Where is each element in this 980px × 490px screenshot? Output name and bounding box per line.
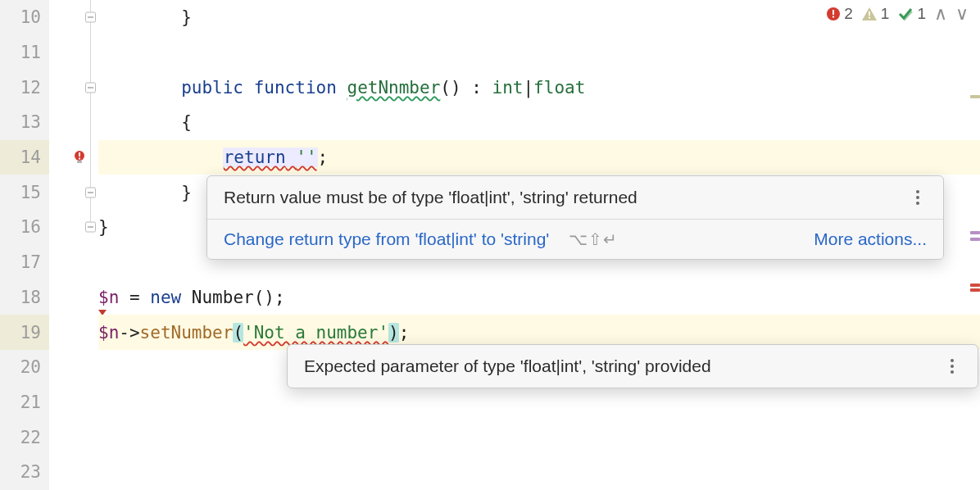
- svg-rect-2: [79, 158, 80, 160]
- popup-message-row: Expected parameter of type 'float|int', …: [288, 345, 978, 388]
- svg-rect-9: [869, 17, 870, 19]
- keyword-function: function: [254, 78, 337, 98]
- svg-rect-3: [77, 161, 82, 163]
- fold-handle-icon[interactable]: [85, 82, 96, 93]
- kebab-menu-icon[interactable]: [909, 188, 927, 206]
- line-number: 13: [0, 105, 49, 140]
- code-editor: 10 } 11 12 public function getNnmber() :…: [0, 0, 980, 490]
- class-name: Number();: [181, 288, 284, 307]
- error-count-value: 2: [844, 5, 853, 23]
- code-line-highlighted[interactable]: 14 return '';: [0, 140, 980, 175]
- line-number: 20: [0, 350, 49, 385]
- inspection-status-bar[interactable]: 2 1 1 ∧ ∨: [826, 5, 969, 23]
- code-content[interactable]: public function getNnmber() : int|float: [98, 70, 980, 105]
- brace: }: [181, 183, 192, 202]
- line-number: 17: [0, 245, 49, 280]
- fold-handle-icon[interactable]: [85, 12, 96, 23]
- line-number: 12: [0, 70, 49, 105]
- chevron-up-icon[interactable]: ∧: [934, 5, 947, 23]
- line-number: 21: [0, 385, 49, 420]
- svg-rect-8: [869, 11, 870, 16]
- error-stripe-margin[interactable]: [970, 0, 980, 490]
- chevron-down-icon[interactable]: ∨: [955, 5, 969, 23]
- brace: {: [181, 112, 192, 132]
- fold-handle-icon[interactable]: [85, 222, 96, 233]
- method-name: setNumber: [140, 323, 234, 343]
- line-number: 16: [0, 210, 49, 245]
- paren-close: ): [388, 323, 399, 343]
- warning-count-value: 1: [881, 5, 890, 23]
- error-bulb-icon[interactable]: [72, 150, 87, 165]
- line-number: 18: [0, 280, 49, 315]
- kebab-menu-icon[interactable]: [943, 357, 961, 375]
- variable: $n: [98, 288, 119, 307]
- error-count[interactable]: 2: [826, 5, 853, 23]
- brace: }: [98, 217, 109, 237]
- brace: }: [181, 7, 192, 27]
- svg-rect-5: [833, 10, 834, 15]
- error-icon: [826, 7, 841, 21]
- function-name: getNnmber: [347, 78, 440, 98]
- shortcut-hint: ⌥⇧↵: [569, 229, 618, 249]
- paren-open: (: [233, 323, 243, 343]
- line-number: 11: [0, 35, 49, 70]
- svg-rect-6: [833, 16, 834, 18]
- inspection-popup: Expected parameter of type 'float|int', …: [287, 344, 978, 388]
- pass-count-value: 1: [917, 5, 926, 23]
- warning-count[interactable]: 1: [861, 5, 890, 23]
- line-number: 19: [0, 315, 49, 350]
- variable: $n: [98, 323, 119, 343]
- popup-actions-row: Change return type from 'float|int' to '…: [207, 220, 943, 259]
- fold-handle-icon[interactable]: [85, 187, 96, 197]
- code-content[interactable]: $n = new Number();: [98, 280, 980, 315]
- type-float: float: [533, 78, 585, 98]
- code-line[interactable]: 18 $n = new Number();: [0, 280, 980, 315]
- margin-marker-info[interactable]: [970, 238, 980, 241]
- margin-marker-warning[interactable]: [970, 95, 980, 98]
- string-argument: 'Not a number': [243, 323, 388, 343]
- line-number: 15: [0, 175, 49, 210]
- keyword-public: public: [181, 78, 243, 98]
- code-line[interactable]: 13 {: [0, 105, 980, 140]
- margin-marker-info[interactable]: [970, 231, 980, 234]
- checkmark-icon: [897, 7, 914, 21]
- margin-marker-error[interactable]: [970, 288, 980, 292]
- line-number: 10: [0, 0, 49, 35]
- popup-message-row: Return value must be of type 'float|int'…: [207, 176, 943, 219]
- string-literal: '': [296, 147, 316, 167]
- inspection-popup: Return value must be of type 'float|int'…: [206, 175, 944, 260]
- line-number: 14: [0, 140, 49, 175]
- popup-message: Expected parameter of type 'float|int', …: [304, 356, 711, 376]
- quickfix-action[interactable]: Change return type from 'float|int' to '…: [224, 229, 549, 249]
- line-number: 22: [0, 420, 49, 455]
- code-content[interactable]: return '';: [98, 140, 980, 175]
- pass-count[interactable]: 1: [897, 5, 926, 23]
- popup-message: Return value must be of type 'float|int'…: [224, 188, 637, 207]
- code-line[interactable]: 12 public function getNnmber() : int|flo…: [0, 70, 980, 105]
- line-number: 23: [0, 455, 49, 490]
- fold-gutter: [49, 0, 98, 35]
- type-int: int: [492, 78, 524, 98]
- svg-rect-1: [79, 152, 80, 157]
- margin-marker-error[interactable]: [970, 284, 980, 287]
- code-line[interactable]: 11: [0, 35, 980, 70]
- keyword-return: return: [224, 147, 286, 167]
- more-actions-link[interactable]: More actions...: [814, 229, 927, 249]
- keyword-new: new: [150, 288, 181, 307]
- warning-icon: [861, 7, 878, 21]
